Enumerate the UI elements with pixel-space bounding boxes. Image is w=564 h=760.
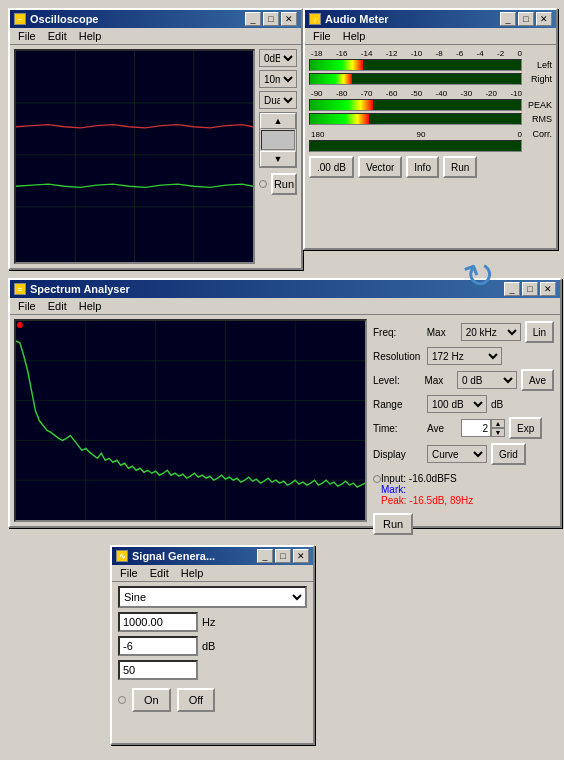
audio-meter-close-btn[interactable]: ✕ xyxy=(536,12,552,26)
spectrum-time-ave-label: Ave xyxy=(427,423,457,434)
audio-meter-title: Audio Meter xyxy=(325,13,389,25)
audio-meter-peak-right-bar xyxy=(309,113,522,125)
spectrum-grid-btn[interactable]: Grid xyxy=(491,443,526,465)
spectrum-spinner-up-btn[interactable]: ▲ xyxy=(491,419,505,428)
oscilloscope-radio[interactable] xyxy=(259,180,267,188)
spectrum-waveform xyxy=(16,321,365,520)
audio-meter-corr-label: Corr. xyxy=(524,129,552,139)
oscilloscope-up-btn[interactable]: ▲ xyxy=(260,113,296,129)
spectrum-range-row: Range 100 dB 80 dB dB xyxy=(373,395,554,413)
signal-gen-window: ∿ Signal Genera... _ □ ✕ File Edit Help … xyxy=(110,545,315,745)
oscilloscope-menu-file[interactable]: File xyxy=(12,29,42,43)
spectrum-minimize-btn[interactable]: _ xyxy=(504,282,520,296)
audio-meter-left-label: Left xyxy=(524,60,552,70)
spectrum-menu-help[interactable]: Help xyxy=(73,299,108,313)
signal-gen-menu-help[interactable]: Help xyxy=(175,566,210,580)
audio-meter-peak-scale-row: -90 -80 -70 -60 -50 -40 -30 -20 -10 xyxy=(309,89,552,98)
signal-gen-body: Sine Square Triangle Noise Hz dB On Off xyxy=(112,582,313,716)
audio-meter-window: ♪ Audio Meter _ □ ✕ File Help -18 -16 -1… xyxy=(303,8,558,250)
spectrum-body: Freq: Max 20 kHz 10 kHz Lin Resolution 1… xyxy=(10,315,560,526)
signal-gen-level-input[interactable] xyxy=(118,636,198,656)
spectrum-input-text: Input: -16.0dBFS xyxy=(381,473,473,484)
audio-meter-minimize-btn[interactable]: _ xyxy=(500,12,516,26)
spectrum-menu-edit[interactable]: Edit xyxy=(42,299,73,313)
spectrum-freq-max-select[interactable]: 20 kHz 10 kHz xyxy=(461,323,521,341)
signal-gen-on-btn[interactable]: On xyxy=(132,688,171,712)
spectrum-lin-btn[interactable]: Lin xyxy=(525,321,554,343)
spectrum-icon: ≈ xyxy=(14,283,26,295)
oscilloscope-menu-help[interactable]: Help xyxy=(73,29,108,43)
signal-gen-frequency-input[interactable] xyxy=(118,612,198,632)
svg-point-14 xyxy=(17,322,23,328)
audio-meter-body: -18 -16 -14 -12 -10 -8 -6 -4 -2 0 Left xyxy=(305,45,556,248)
audio-meter-vector-btn[interactable]: Vector xyxy=(358,156,402,178)
spectrum-close-btn[interactable]: ✕ xyxy=(540,282,556,296)
spectrum-spinner-down-btn[interactable]: ▼ xyxy=(491,428,505,437)
audio-meter-right-fill xyxy=(310,74,352,84)
oscilloscope-run-btn[interactable]: Run xyxy=(271,173,297,195)
audio-meter-menu-bar: File Help xyxy=(305,28,556,45)
oscilloscope-menu-edit[interactable]: Edit xyxy=(42,29,73,43)
spectrum-display-row: Display Curve Line Bar Grid xyxy=(373,443,554,465)
oscilloscope-amplitude-select[interactable]: 0dB 10dB 20dB xyxy=(259,49,297,67)
spectrum-ave-btn[interactable]: Ave xyxy=(521,369,554,391)
spectrum-time-spinner: ▲ ▼ xyxy=(461,419,505,437)
spectrum-level-max-label: Max xyxy=(424,375,452,386)
audio-meter-left-bar xyxy=(309,59,522,71)
oscilloscope-maximize-btn[interactable]: □ xyxy=(263,12,279,26)
signal-gen-maximize-btn[interactable]: □ xyxy=(275,549,291,563)
oscilloscope-mode-select[interactable]: Dual A B xyxy=(259,91,297,109)
spectrum-range-unit: dB xyxy=(491,399,503,410)
signal-gen-frequency-unit: Hz xyxy=(202,616,215,628)
oscilloscope-window-controls: _ □ ✕ xyxy=(245,12,297,26)
audio-meter-menu-help[interactable]: Help xyxy=(337,29,372,43)
oscilloscope-title-left: ~ Oscilloscope xyxy=(14,13,98,25)
spectrum-level-max-select[interactable]: 0 dB -10 dB xyxy=(457,371,517,389)
spectrum-resolution-select[interactable]: 172 Hz 86 Hz xyxy=(427,347,502,365)
spectrum-menu-bar: File Edit Help xyxy=(10,298,560,315)
spectrum-range-select[interactable]: 100 dB 80 dB xyxy=(427,395,487,413)
audio-meter-top-scale-row: -18 -16 -14 -12 -10 -8 -6 -4 -2 0 xyxy=(309,49,552,58)
signal-gen-title-bar: ∿ Signal Genera... _ □ ✕ xyxy=(112,547,313,565)
spectrum-exp-btn[interactable]: Exp xyxy=(509,417,542,439)
audio-meter-peak-label: PEAK xyxy=(524,100,552,110)
oscilloscope-timebase-select[interactable]: 10ms 20ms 50ms xyxy=(259,70,297,88)
audio-meter-level-btn[interactable]: .00 dB xyxy=(309,156,354,178)
spectrum-freq-label: Freq: xyxy=(373,327,423,338)
spectrum-time-input[interactable] xyxy=(461,419,491,437)
spectrum-freq-row: Freq: Max 20 kHz 10 kHz Lin xyxy=(373,321,554,343)
signal-gen-off-btn[interactable]: Off xyxy=(177,688,215,712)
spectrum-menu-file[interactable]: File xyxy=(12,299,42,313)
audio-meter-info-btn[interactable]: Info xyxy=(406,156,439,178)
audio-meter-peak-scale: -90 -80 -70 -60 -50 -40 -30 -20 -10 xyxy=(309,89,524,98)
audio-meter-peak-left-bar xyxy=(309,99,522,111)
spectrum-radio[interactable] xyxy=(373,475,381,483)
audio-meter-maximize-btn[interactable]: □ xyxy=(518,12,534,26)
oscilloscope-close-btn[interactable]: ✕ xyxy=(281,12,297,26)
audio-meter-run-btn[interactable]: Run xyxy=(443,156,477,178)
signal-gen-output-input[interactable] xyxy=(118,660,198,680)
oscilloscope-menu-bar: File Edit Help xyxy=(10,28,301,45)
audio-meter-left-row: Left xyxy=(309,59,552,71)
spectrum-maximize-btn[interactable]: □ xyxy=(522,282,538,296)
signal-gen-menu-bar: File Edit Help xyxy=(112,565,313,582)
oscilloscope-controls: 0dB 10dB 20dB 10ms 20ms 50ms Dual A B ▲ … xyxy=(259,49,297,264)
spectrum-controls: Freq: Max 20 kHz 10 kHz Lin Resolution 1… xyxy=(371,319,556,522)
oscilloscope-down-btn[interactable]: ▼ xyxy=(260,151,296,167)
spectrum-display-select[interactable]: Curve Line Bar xyxy=(427,445,487,463)
signal-gen-menu-file[interactable]: File xyxy=(114,566,144,580)
audio-meter-right-bar xyxy=(309,73,522,85)
audio-meter-menu-file[interactable]: File xyxy=(307,29,337,43)
signal-gen-waveform-select[interactable]: Sine Square Triangle Noise xyxy=(118,586,307,608)
spectrum-spinner-buttons: ▲ ▼ xyxy=(491,419,505,437)
spectrum-range-label: Range xyxy=(373,399,423,410)
spectrum-run-btn[interactable]: Run xyxy=(373,513,413,535)
spectrum-time-label: Time: xyxy=(373,423,423,434)
signal-gen-minimize-btn[interactable]: _ xyxy=(257,549,273,563)
audio-meter-right-row: Right xyxy=(309,73,552,85)
signal-gen-radio[interactable] xyxy=(118,696,126,704)
oscilloscope-minimize-btn[interactable]: _ xyxy=(245,12,261,26)
signal-gen-menu-edit[interactable]: Edit xyxy=(144,566,175,580)
signal-gen-close-btn[interactable]: ✕ xyxy=(293,549,309,563)
oscilloscope-body: 0dB 10dB 20dB 10ms 20ms 50ms Dual A B ▲ … xyxy=(10,45,301,268)
